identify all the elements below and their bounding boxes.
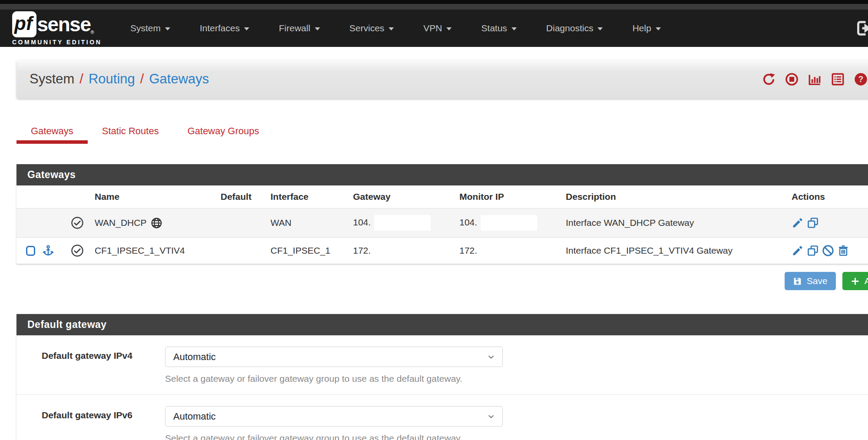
save-icon — [793, 277, 802, 286]
tab-gateways[interactable]: Gateways — [17, 119, 88, 144]
nav-item-system[interactable]: System — [116, 23, 185, 33]
redacted-value — [481, 215, 537, 231]
chevron-down-icon — [656, 27, 661, 30]
help-icon[interactable]: ? — [854, 73, 868, 86]
gateways-panel-title: Gateways — [17, 164, 868, 185]
nav-item-status[interactable]: Status — [466, 23, 531, 33]
top-navbar: pf sense ® COMMUNITY EDITION System Inte… — [0, 10, 868, 47]
gateway-address: 104. — [353, 217, 371, 227]
field-help-text: Select a gateway or failover gateway gro… — [165, 374, 503, 384]
nav-menu: System Interfaces Firewall Services VPN … — [116, 23, 676, 33]
column-header-interface: Interface — [266, 185, 349, 208]
copy-icon[interactable] — [807, 217, 819, 229]
page-content: System / Routing / Gateways — [17, 60, 868, 440]
breadcrumb-link-gateways[interactable]: Gateways — [149, 71, 209, 87]
default-gateway-ipv6-row: Default gateway IPv6 Automatic Select a … — [17, 394, 868, 440]
anchor-icon[interactable] — [42, 245, 54, 257]
chevron-down-icon — [389, 27, 394, 30]
column-header-name: Name — [90, 185, 216, 208]
column-header-description: Description — [561, 185, 787, 208]
gateways-button-row: Save Add — [17, 272, 868, 290]
default-gateway-ipv6-label: Default gateway IPv6 — [17, 406, 165, 440]
default-gateway-panel: Default gateway Default gateway IPv4 Aut… — [17, 314, 868, 440]
gateway-name: CF1_IPSEC_1_VTIV4 — [95, 245, 185, 256]
gateways-panel: Gateways Name Default Interface Gateway … — [17, 164, 868, 264]
table-header-row: Name Default Interface Gateway Monitor I… — [17, 185, 868, 208]
window-top-strip — [0, 0, 868, 4]
table-row-cf1-ipsec: CF1_IPSEC_1_VTIV4 CF1_IPSEC_1 172. 172. … — [17, 238, 868, 264]
chevron-down-icon — [244, 27, 249, 30]
status-online-icon — [71, 244, 84, 257]
breadcrumb-separator: / — [140, 71, 144, 87]
nav-item-vpn[interactable]: VPN — [409, 23, 466, 33]
chevron-down-icon — [315, 27, 320, 30]
stop-icon[interactable] — [785, 73, 799, 86]
chevron-down-icon — [488, 354, 495, 361]
logout-icon[interactable] — [855, 20, 868, 37]
disable-icon[interactable] — [822, 245, 834, 257]
breadcrumb: System / Routing / Gateways — [30, 71, 209, 87]
save-button[interactable]: Save — [785, 272, 836, 290]
column-header-actions: Actions — [787, 185, 868, 208]
default-gateway-ipv4-row: Default gateway IPv4 Automatic Select a … — [17, 335, 868, 394]
nav-item-interfaces[interactable]: Interfaces — [185, 23, 264, 33]
nav-item-services[interactable]: Services — [335, 23, 409, 33]
gateway-address: 172. — [349, 238, 455, 264]
tab-gateway-groups[interactable]: Gateway Groups — [173, 119, 274, 144]
nav-item-help[interactable]: Help — [617, 23, 675, 33]
logo-edition: COMMUNITY EDITION — [12, 39, 112, 46]
redacted-value — [374, 215, 431, 231]
page-action-icons: ? — [762, 73, 868, 86]
chevron-down-icon — [165, 27, 170, 30]
field-help-text: Select a gateway or failover gateway gro… — [165, 433, 503, 440]
nav-item-firewall[interactable]: Firewall — [264, 23, 334, 33]
edit-icon[interactable] — [792, 245, 804, 257]
chevron-down-icon — [597, 27, 603, 30]
pfsense-logo[interactable]: pf sense ® COMMUNITY EDITION — [12, 11, 112, 46]
default-gateway-ipv4-select[interactable]: Automatic — [165, 347, 503, 367]
chevron-down-icon — [488, 413, 495, 420]
chevron-down-icon — [446, 27, 452, 30]
column-header-default: Default — [216, 185, 266, 208]
gateway-default — [216, 238, 266, 264]
chart-icon[interactable] — [808, 73, 822, 86]
column-header-monitor-ip: Monitor IP — [455, 185, 561, 208]
gateway-interface: CF1_IPSEC_1 — [266, 238, 349, 264]
gateway-description: Interface WAN_DHCP Gateway — [561, 208, 787, 238]
plus-icon — [851, 277, 860, 286]
default-gateway-ipv6-select[interactable]: Automatic — [165, 406, 503, 427]
chevron-down-icon — [512, 27, 517, 30]
gateways-table: Name Default Interface Gateway Monitor I… — [17, 185, 868, 264]
svg-text:?: ? — [858, 74, 864, 84]
gateway-default — [216, 208, 266, 238]
breadcrumb-link-routing[interactable]: Routing — [89, 71, 135, 87]
logo-sense: sense — [37, 13, 91, 36]
tab-static-routes[interactable]: Static Routes — [88, 119, 173, 144]
delete-icon[interactable] — [837, 245, 849, 257]
default-gateway-panel-title: Default gateway — [17, 314, 868, 335]
breadcrumb-bar: System / Routing / Gateways — [17, 60, 868, 99]
selected-value: Automatic — [173, 411, 216, 422]
edit-icon[interactable] — [792, 217, 804, 229]
add-button[interactable]: Add — [842, 272, 868, 290]
selected-value: Automatic — [173, 351, 216, 363]
window-title-strip — [0, 4, 868, 10]
breadcrumb-section: System — [30, 71, 74, 87]
monitor-ip: 172. — [455, 238, 561, 264]
gateway-interface: WAN — [266, 208, 349, 238]
monitor-ip: 104. — [459, 217, 477, 227]
row-select-checkbox[interactable] — [26, 246, 35, 256]
log-icon[interactable] — [831, 73, 845, 86]
column-header-gateway: Gateway — [349, 185, 455, 208]
default-gateway-ipv4-label: Default gateway IPv4 — [17, 347, 165, 384]
status-online-icon — [71, 216, 84, 229]
logo-registered-mark: ® — [90, 30, 94, 35]
routing-tabs: Gateways Static Routes Gateway Groups — [17, 119, 868, 144]
gateway-description: Interface CF1_IPSEC_1_VTIV4 Gateway — [561, 238, 787, 264]
copy-icon[interactable] — [807, 245, 819, 257]
nav-item-diagnostics[interactable]: Diagnostics — [531, 23, 618, 33]
refresh-icon[interactable] — [762, 73, 776, 86]
logo-pf: pf — [12, 11, 36, 37]
table-row-wan-dhcp: WAN_DHCP WAN 104. 104. Interface WAN_DHC… — [17, 208, 868, 238]
globe-icon — [151, 217, 162, 229]
